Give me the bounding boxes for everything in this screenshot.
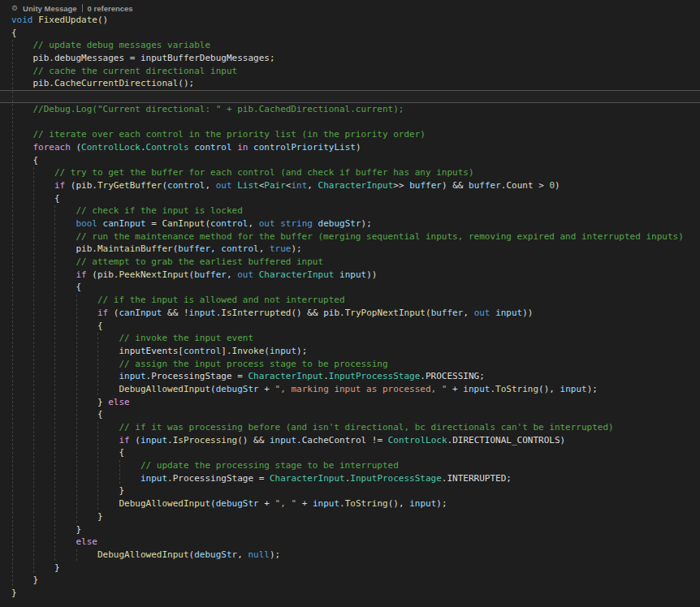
code-editor-pane[interactable]: ⚙ Unity Message 0 references void FixedU… (0, 0, 700, 607)
code-line[interactable]: { (0, 27, 700, 40)
code-line-text: // if the input is allowed and not inter… (11, 295, 345, 305)
code-token-x (97, 218, 103, 229)
code-token-o: // check if the input is locked (11, 205, 243, 216)
code-line[interactable]: pib.CacheCurrentDirectional(); (0, 77, 700, 90)
code-line[interactable]: // update debug messages variable (0, 39, 700, 52)
code-token-x: (pib. (87, 269, 119, 280)
code-line-text: } else (11, 397, 130, 407)
code-line-text: //Debug.Log("Current directional: " + pi… (11, 104, 404, 114)
code-line[interactable]: inputEvents[control].Invoke(input); (0, 345, 700, 358)
code-token-x: . (167, 435, 173, 446)
code-line[interactable]: //Debug.Log("Current directional: " + pi… (0, 103, 700, 116)
code-line[interactable]: } (0, 562, 700, 575)
code-token-c: if (54, 180, 65, 191)
code-line[interactable]: DebugAllowedInput(debugStr + ", " + inpu… (0, 497, 700, 510)
code-line[interactable]: bool canInput = CanInput(control, out st… (0, 217, 700, 230)
code-token-v: controlPriorityList (253, 142, 356, 153)
code-line[interactable]: // iterate over each control in the prio… (0, 128, 700, 141)
code-line[interactable]: input.ProcessingStage = CharacterInput.I… (0, 472, 700, 485)
code-line[interactable]: foreach (ControlLock.Controls control in… (0, 141, 700, 154)
code-line[interactable]: if (pib.PeekNextInput(buffer, out Charac… (0, 269, 700, 282)
code-line[interactable]: // cache the current directional input (0, 65, 700, 78)
code-line[interactable]: { (0, 154, 700, 167)
code-line-current[interactable] (0, 90, 700, 103)
code-token-v: input (339, 269, 366, 280)
code-line[interactable]: // try to get the buffer for each contro… (0, 166, 700, 179)
code-line[interactable]: // assign the input process stage to be … (0, 358, 700, 371)
code-token-x: } (11, 588, 17, 598)
code-line[interactable]: input.ProcessingStage = CharacterInput.I… (0, 370, 700, 383)
codelens-separator (82, 4, 83, 12)
code-token-x: { (11, 155, 38, 166)
codelens-unity-message-label[interactable]: Unity Message (23, 4, 77, 13)
code-line[interactable]: { (0, 281, 700, 294)
code-token-x: .ProcessingStage = (146, 371, 248, 381)
code-line[interactable]: } else (0, 396, 700, 409)
code-line[interactable]: if (canInput && !input.IsInterrupted() &… (0, 307, 700, 320)
code-token-c: if (119, 435, 129, 446)
code-line[interactable]: } (0, 484, 700, 497)
code-line-text: // check if the input is locked (11, 205, 243, 216)
code-line[interactable]: } (0, 587, 700, 600)
code-line-text: void FixedUpdate() (11, 15, 108, 25)
code-token-x: .ProcessingStage = (167, 473, 270, 484)
code-line[interactable]: { (0, 192, 700, 205)
code-token-v: input (463, 384, 490, 394)
code-line[interactable]: void FixedUpdate() (0, 14, 700, 27)
code-line[interactable]: if (input.IsProcessing() && input.CacheC… (0, 434, 700, 447)
code-token-x: ); (587, 384, 598, 394)
code-line[interactable] (0, 116, 700, 129)
code-token-x: ( (71, 142, 81, 153)
code-token-x: ( (130, 435, 140, 446)
code-line[interactable]: // if it was processing before (and isn'… (0, 421, 700, 434)
code-line[interactable]: pib.MaintainBuffer(buffer, control, true… (0, 243, 700, 256)
code-line[interactable]: } (0, 523, 700, 536)
code-token-v: canInput (119, 308, 162, 318)
code-line[interactable]: else (0, 536, 700, 549)
code-line[interactable]: // check if the input is locked (0, 204, 700, 217)
code-line[interactable]: if (pib.TryGetBuffer(control, out List<P… (0, 179, 700, 192)
code-line-text: // if it was processing before (and isn'… (11, 422, 614, 433)
codelens-references-link[interactable]: 0 references (88, 4, 133, 13)
code-line[interactable]: } (0, 510, 700, 523)
code-line[interactable]: // if the input is allowed and not inter… (0, 294, 700, 307)
code-line-text: { (11, 193, 60, 204)
code-token-x (11, 384, 119, 394)
code-token-c: foreach (33, 142, 71, 153)
code-line[interactable]: { (0, 408, 700, 421)
codelens-unity-message: ⚙ Unity Message 0 references (0, 0, 700, 14)
code-token-x: + (447, 384, 463, 394)
code-token-x: ); (361, 218, 372, 229)
code-line-text: // attempt to grab the earliest buffered… (11, 256, 323, 267)
code-line[interactable]: pib.debugMessages = inputBufferDebugMess… (0, 52, 700, 65)
code-line[interactable]: DebugAllowedInput(debugStr + ", marking … (0, 383, 700, 396)
code-token-v: input (409, 498, 436, 509)
code-line[interactable]: // run the maintenance method for the bu… (0, 230, 700, 243)
code-line[interactable]: // invoke the input event (0, 332, 700, 345)
code-token-v: control (167, 180, 205, 191)
code-line-text: inputEvents[control].Invoke(input); (11, 346, 307, 356)
code-line-text: } (11, 511, 103, 522)
code-token-x: { (11, 321, 103, 331)
code-line[interactable]: } (0, 574, 700, 587)
code-line[interactable]: // attempt to grab the earliest buffered… (0, 256, 700, 269)
code-line[interactable]: { (0, 446, 700, 459)
code-token-t: InputProcessStage (329, 371, 421, 381)
code-token-k: out (237, 269, 253, 280)
code-token-x (313, 218, 318, 229)
code-token-m: DebugAllowedInput (119, 384, 210, 394)
code-token-m: MaintainBuffer (97, 243, 173, 254)
code-token-x: { (11, 282, 81, 292)
code-token-m: FixedUpdate (38, 15, 97, 25)
code-token-o: // if the input is allowed and not inter… (11, 295, 345, 305)
code-line[interactable]: // update the processing stage to be int… (0, 459, 700, 472)
code-line[interactable]: DebugAllowedInput(debugStr, null); (0, 549, 700, 562)
code-lines[interactable]: void FixedUpdate(){ // update debug mess… (0, 14, 700, 600)
code-token-k: int (291, 180, 307, 191)
code-token-s: ", marking input as processed, " (275, 384, 447, 394)
code-line-text: // assign the input process stage to be … (11, 359, 388, 369)
code-token-m: TryPopNextInput (345, 308, 426, 318)
code-token-o: // run the maintenance method for the bu… (11, 231, 684, 242)
code-line[interactable]: { (0, 320, 700, 333)
code-token-v: buffer (431, 308, 464, 318)
